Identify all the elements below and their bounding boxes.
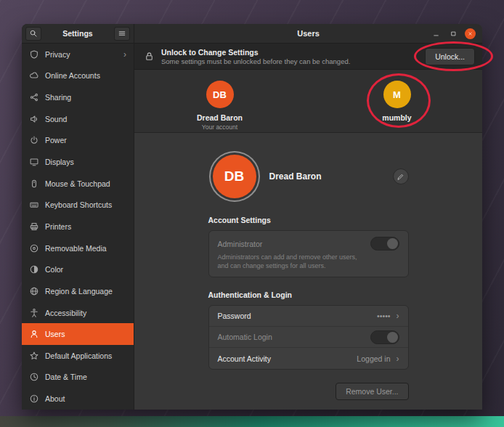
user-card-dread-baron[interactable]: DBDread BaronYour account [189, 81, 251, 132]
toggle-knob [387, 238, 398, 249]
user-initials: DB [213, 89, 227, 100]
sidebar-item-privacy[interactable]: Privacy› [22, 44, 134, 65]
sidebar-item-color[interactable]: Color [22, 259, 134, 280]
menu-button[interactable] [114, 27, 130, 41]
sidebar-item-power[interactable]: Power [22, 130, 134, 152]
sidebar-item-users[interactable]: Users [22, 323, 134, 345]
users-panel-column: DB Dread Baron Account Settings Administ… [208, 133, 409, 400]
minimize-icon [432, 30, 440, 38]
region-icon [29, 286, 39, 296]
password-label: Password [218, 312, 251, 320]
hamburger-icon [118, 29, 126, 38]
sidebar-item-label: Default Applications [45, 351, 112, 360]
sidebar-item-printers[interactable]: Printers [22, 216, 134, 237]
administrator-row: Administrator [218, 237, 399, 251]
online-accounts-icon [29, 70, 39, 81]
maximize-button[interactable] [447, 28, 460, 40]
search-button[interactable] [25, 27, 41, 41]
password-value: ••••• [377, 312, 390, 320]
color-icon [29, 264, 39, 274]
removable-media-icon [29, 243, 39, 253]
auth-heading: Authentication & Login [208, 290, 409, 299]
administrator-label: Administrator [218, 240, 263, 248]
user-avatar: DB [206, 81, 234, 108]
displays-icon [29, 157, 39, 167]
maximize-icon [450, 30, 458, 38]
edit-name-button[interactable] [393, 168, 409, 184]
unlock-subtitle: Some settings must be unlocked before th… [161, 57, 350, 65]
user-initials: M [393, 89, 401, 100]
automatic-login-label: Automatic Login [218, 333, 272, 341]
user-name: Dread Baron [197, 113, 243, 122]
profile-row: DB Dread Baron [208, 150, 409, 203]
automatic-login-toggle[interactable] [370, 330, 399, 344]
sidebar-item-default-applications[interactable]: Default Applications [22, 345, 134, 367]
unlock-title: Unlock to Change Settings [161, 48, 350, 57]
power-icon [29, 135, 39, 145]
user-carousel: DBDread BaronYour accountMmumbly [134, 70, 482, 133]
auth-row-automatic-login[interactable]: Automatic Login [209, 327, 408, 348]
account-settings-heading: Account Settings [208, 216, 409, 224]
sidebar-item-keyboard-shortcuts[interactable]: Keyboard Shortcuts [22, 194, 134, 216]
sidebar-item-displays[interactable]: Displays [22, 151, 134, 173]
sidebar-item-mouse-touchpad[interactable]: Mouse & Touchpad [22, 173, 134, 195]
default-apps-icon [29, 351, 39, 361]
users-icon [29, 329, 39, 339]
sidebar-item-region-language[interactable]: Region & Language [22, 280, 134, 302]
unlock-banner: Unlock to Change Settings Some settings … [134, 44, 482, 70]
lock-icon [144, 51, 155, 62]
chevron-right-icon: › [397, 312, 399, 320]
auth-row-password[interactable]: Password•••••› [209, 306, 408, 327]
sidebar-item-label: Sound [45, 115, 67, 123]
minimize-button[interactable] [430, 28, 442, 40]
sound-icon [29, 114, 39, 124]
sidebar-item-label: Sharing [45, 93, 71, 102]
unlock-button[interactable]: Unlock... [425, 48, 475, 65]
sidebar-item-sharing[interactable]: Sharing [22, 86, 134, 108]
user-card-mumbly[interactable]: Mmumbly [366, 81, 428, 132]
current-user-name: Dread Baron [269, 171, 322, 182]
window-controls [430, 28, 482, 40]
remove-user-row: Remove User... [208, 383, 409, 400]
sidebar-item-label: Online Accounts [45, 71, 100, 80]
sidebar-headerbar: Settings [22, 24, 134, 44]
headerbar: Users [134, 24, 482, 44]
settings-window: Settings Privacy›Online AccountsSharingS… [22, 24, 482, 410]
sidebar-item-sound[interactable]: Sound [22, 108, 134, 130]
password-right: •••••› [377, 312, 399, 320]
toggle-knob [387, 332, 398, 343]
users-pane: Users Unlock to Change Settings Some set… [134, 24, 482, 410]
administrator-toggle[interactable] [370, 237, 399, 251]
sidebar-item-label: Region & Language [45, 287, 113, 296]
close-button[interactable] [465, 28, 476, 39]
automatic-login-right [370, 330, 399, 344]
sidebar-item-date-time[interactable]: Date & Time [22, 367, 134, 389]
sidebar-item-label: About [45, 394, 65, 403]
auth-card: Password•••••›Automatic LoginAccount Act… [208, 305, 409, 370]
privacy-icon [29, 49, 39, 60]
sharing-icon [29, 92, 39, 102]
close-icon [467, 30, 473, 37]
search-icon [29, 29, 38, 38]
sidebar-item-accessibility[interactable]: Accessibility [22, 302, 134, 324]
sidebar-title: Settings [44, 29, 111, 38]
sidebar-item-label: Accessibility [45, 309, 86, 317]
auth-row-account-activity[interactable]: Account ActivityLogged in› [209, 348, 408, 369]
sidebar-item-label: Displays [45, 158, 74, 166]
sidebar-item-about[interactable]: About [22, 388, 134, 410]
administrator-description: Administrators can add and remove other … [218, 253, 369, 270]
sidebar-item-label: Date & Time [45, 373, 87, 381]
account-activity-right: Logged in› [357, 354, 399, 363]
unlock-text: Unlock to Change Settings Some settings … [161, 48, 350, 65]
sidebar-item-label: Keyboard Shortcuts [45, 200, 112, 209]
sidebar-item-label: Printers [45, 222, 71, 231]
sidebar-item-label: Color [45, 265, 63, 274]
current-user-avatar: DB [213, 155, 256, 198]
user-subtitle: Your account [202, 123, 237, 131]
sidebar-item-removable-media[interactable]: Removable Media [22, 237, 134, 259]
chevron-right-icon: › [397, 354, 399, 363]
sidebar-item-label: Mouse & Touchpad [45, 179, 110, 188]
remove-user-button[interactable]: Remove User... [336, 383, 408, 400]
user-name: mumbly [382, 113, 411, 122]
sidebar-item-online-accounts[interactable]: Online Accounts [22, 65, 134, 87]
